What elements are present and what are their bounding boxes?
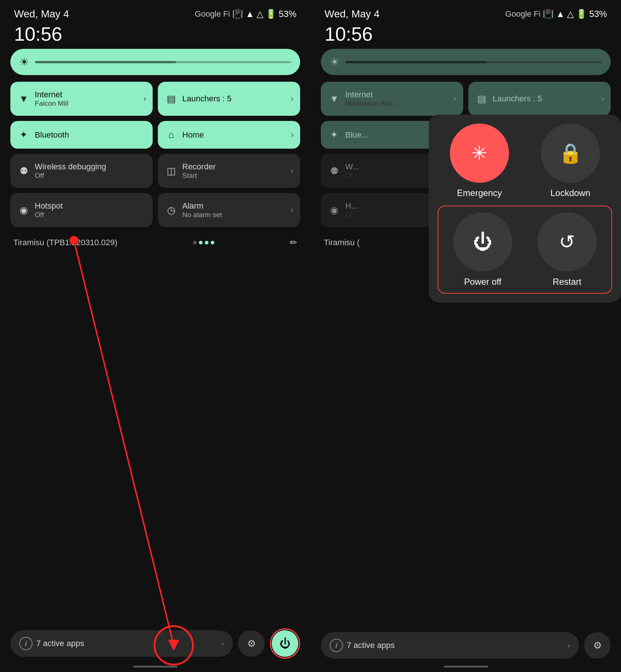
settings-icon: ⚙ [247,638,256,649]
left-active-apps-arrow: › [221,639,224,648]
right-bluetooth-label: Blue... [345,130,368,140]
home-tile-icon: ⌂ [165,129,177,141]
hotspot-label: Hotspot [35,201,63,211]
home-label: Home [182,130,204,140]
alarm-sublabel: No alarm set [182,211,222,219]
right-hotspot-icon: ◉ [328,205,340,216]
signal-icon: △ [257,9,263,19]
poweroff-item[interactable]: ⏻ Power off [444,212,521,287]
internet-arrow: › [143,94,146,104]
restart-circle[interactable]: ↺ [537,212,597,271]
right-internet-text: Internet Millennium Falc... [345,90,400,108]
hotspot-tile-icon: ◉ [18,205,30,216]
emergency-icon: ✳ [471,142,488,164]
restart-item[interactable]: ↺ Restart [529,212,605,287]
emergency-item[interactable]: ✳ Emergency [438,124,521,198]
hotspot-tile-text: Hotspot Off [35,201,63,219]
left-carrier: Google Fi [195,9,230,19]
tile-launchers[interactable]: ▤ Launchers : 5 › [158,82,300,116]
alarm-tile-icon: ◷ [165,205,177,216]
left-brightness-row[interactable]: ☀ [10,49,300,75]
alarm-arrow: › [291,205,293,215]
right-bottom-bar: i 7 active apps › ⚙ [310,625,621,672]
right-settings-btn[interactable]: ⚙ [584,632,611,659]
wifi-tile-icon: ▼ [18,93,30,105]
right-brightness-fill [346,61,486,63]
dot-4 [211,241,214,244]
right-time: 10:56 [321,23,611,49]
bluetooth-tile-icon: ✦ [18,129,30,141]
bluetooth-tile-text: Bluetooth [35,130,69,140]
left-edit-icon[interactable]: ✏ [290,237,297,248]
restart-icon: ↺ [559,231,575,253]
left-settings-btn[interactable]: ⚙ [238,630,265,657]
tile-home[interactable]: ⌂ Home › [158,121,300,149]
alarm-tile-text: Alarm No alarm set [182,201,222,219]
recorder-arrow: › [291,166,293,176]
right-settings-icon: ⚙ [593,640,602,651]
left-phone-panel: Wed, May 4 Google Fi 📳 ▲ △ 🔋 53% 10:56 ☀… [0,0,310,672]
brightness-fill [35,61,176,63]
right-brightness-slider[interactable] [346,61,602,63]
emergency-circle[interactable]: ✳ [450,124,509,183]
left-device-info: Tiramisu (TPB1.220310.029) ✏ [10,234,300,251]
right-active-apps-arrow: › [567,641,570,650]
debug-tile-text: Wireless debugging Off [35,162,106,180]
right-brightness-icon: ☀ [330,55,340,68]
right-tile-launchers[interactable]: ▤ Launchers : 5 › [468,82,611,116]
launchers-tile-icon: ▤ [165,93,177,105]
right-debug-text: W... Of... [345,162,359,180]
right-brightness-row[interactable]: ☀ [321,49,611,75]
right-bluetooth-text: Blue... [345,130,368,140]
alarm-label: Alarm [182,201,222,211]
tile-recorder[interactable]: ◫ Recorder Start › [158,154,300,188]
right-wifi-tile-icon: ▼ [328,93,340,105]
poweroff-label: Power off [464,277,502,287]
right-active-apps-btn[interactable]: i 7 active apps › [321,632,579,659]
lockdown-label: Lockdown [550,188,590,198]
left-status-bar: Wed, May 4 Google Fi 📳 ▲ △ 🔋 53% [10,0,300,23]
lockdown-circle[interactable]: 🔒 [541,124,600,183]
emergency-label: Emergency [457,188,502,198]
power-btn-inner[interactable]: ⏻ [272,630,298,657]
tile-alarm[interactable]: ◷ Alarm No alarm set › [158,193,300,227]
power-menu: ✳ Emergency 🔒 Lockdown ⏻ Power off ↺ [429,115,621,303]
right-info-icon: i [330,639,343,652]
recorder-tile-text: Recorder Start [182,162,216,180]
hotspot-sublabel: Off [35,211,63,219]
tile-bluetooth[interactable]: ✦ Bluetooth [10,121,153,149]
left-info-icon: i [19,637,33,650]
internet-tile-text: Internet Falcon Mill [35,90,68,108]
dot-2 [199,241,203,244]
vibrate-icon: 📳 [232,9,243,19]
right-hotspot-text: H... Of... [345,201,359,219]
left-status-icons: Google Fi 📳 ▲ △ 🔋 53% [195,9,296,19]
right-bluetooth-icon: ✦ [328,129,340,141]
right-internet-label: Internet [345,90,400,99]
tile-hotspot[interactable]: ◉ Hotspot Off [10,193,153,227]
tile-internet[interactable]: ▼ Internet Falcon Mill › [10,82,153,116]
right-debug-label: W... [345,162,359,172]
poweroff-icon: ⏻ [473,231,492,253]
right-device-name: Tiramisu ( [324,238,360,247]
poweroff-circle[interactable]: ⏻ [453,212,512,271]
brightness-slider[interactable] [35,61,291,63]
wifi-icon: ▲ [245,9,254,19]
brightness-icon: ☀ [19,55,29,68]
svg-line-0 [74,240,174,645]
right-date: Wed, May 4 [325,8,380,20]
right-launchers-text: Launchers : 5 [493,94,542,104]
recorder-label: Recorder [182,162,216,172]
left-device-dots [193,241,214,244]
left-date: Wed, May 4 [14,8,69,20]
left-active-apps-text: 7 active apps [36,639,218,648]
lockdown-item[interactable]: 🔒 Lockdown [529,124,612,198]
right-home-indicator [444,666,488,668]
left-active-apps-btn[interactable]: i 7 active apps › [10,630,233,657]
power-button-highlighted[interactable]: ⏻ [270,628,300,659]
right-launchers-label: Launchers : 5 [493,94,542,104]
right-tile-internet[interactable]: ▼ Internet Millennium Falc... › [321,82,463,116]
tile-wireless-debug[interactable]: ⚉ Wireless debugging Off [10,154,153,188]
home-arrow: › [291,130,293,140]
right-phone-panel: Wed, May 4 Google Fi 📳 ▲ △ 🔋 53% 10:56 ☀… [310,0,621,672]
